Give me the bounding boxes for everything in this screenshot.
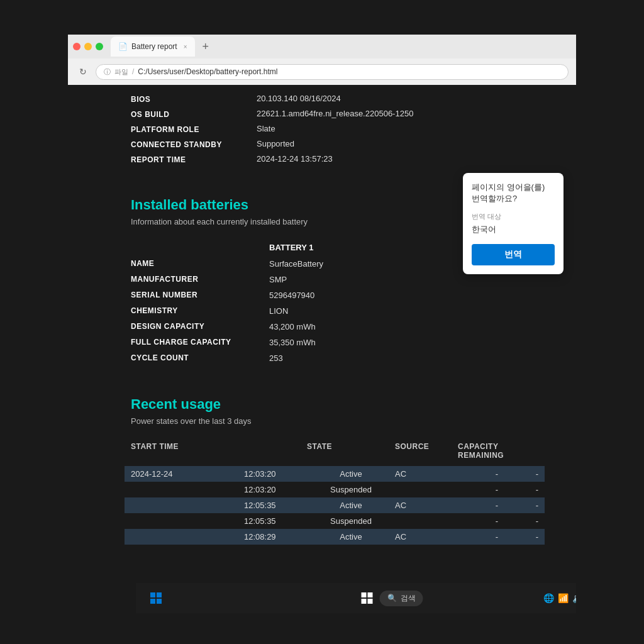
usage-state-1: Suspended	[307, 485, 395, 494]
system-tray: 🌐 📶 🔊 🔋 🎨 e 🗂	[543, 592, 576, 604]
tray-volume-icon[interactable]: 🔊	[572, 593, 576, 603]
usage-cap-1: -	[458, 485, 536, 494]
sys-label-os: OS BUILD	[131, 109, 257, 119]
svg-rect-6	[362, 599, 367, 604]
sys-label-report: REPORT TIME	[131, 154, 257, 164]
battery-value-name: SurfaceBattery	[269, 259, 323, 269]
tab-battery-report[interactable]: 📄 Battery report ×	[111, 36, 195, 57]
start-icon[interactable]	[357, 588, 377, 608]
new-tab-button[interactable]: +	[197, 38, 214, 56]
usage-row-3: 12:05:35 Suspended - -	[131, 513, 538, 529]
tab-title: Battery report	[131, 42, 177, 51]
battery-value-serial: 5296497940	[269, 291, 314, 300]
svg-rect-1	[157, 592, 162, 597]
sys-row-os: OS BUILD 22621.1.amd64fre.ni_release.220…	[131, 106, 538, 121]
col-header-state: STATE	[307, 442, 395, 460]
battery-value-chemistry: LION	[269, 306, 288, 316]
usage-cap-extra-4: -	[536, 532, 538, 541]
usage-cap-extra-1: -	[536, 485, 538, 494]
maximize-window-button[interactable]	[96, 43, 103, 50]
recent-usage-subtitle: Power states over the last 3 days	[131, 416, 538, 426]
usage-time-0: 12:03:20	[244, 469, 307, 479]
sys-row-report: REPORT TIME 2024-12-24 13:57:23	[131, 152, 538, 167]
address-input[interactable]: ⓘ 파일 / C:/Users/user/Desktop/battery-rep…	[96, 64, 569, 80]
usage-cap-4: -	[458, 532, 536, 541]
usage-state-2: Active	[307, 501, 395, 510]
sys-label-bios: BIOS	[131, 94, 257, 104]
svg-rect-5	[368, 592, 373, 597]
usage-date-0: 2024-12-24	[131, 469, 244, 479]
col-header-capacity: CAPACITY REMAINING	[458, 442, 538, 460]
sys-label-platform: PLATFORM ROLE	[131, 124, 257, 134]
usage-row-0: 2024-12-24 12:03:20 Active AC - -	[125, 466, 545, 482]
start-button[interactable]	[146, 588, 166, 608]
minimize-window-button[interactable]	[84, 43, 92, 50]
battery-label-design-capacity: DESIGN CAPACITY	[131, 322, 269, 331]
battery-value-manufacturer: SMP	[269, 275, 287, 284]
battery-value-cycle: 253	[269, 353, 283, 363]
usage-state-0: Active	[307, 469, 395, 479]
address-label: 파일	[114, 67, 128, 77]
battery-value-design-capacity: 43,200 mWh	[269, 322, 316, 331]
translate-button[interactable]: 번역	[472, 244, 555, 265]
taskbar-center: 🔍 검색	[357, 588, 423, 608]
translation-target-lang: 한국어	[472, 224, 555, 235]
sys-label-standby: CONNECTED STANDBY	[131, 139, 257, 149]
taskbar-right: 🌐 📶 🔊 🔋 🎨 e 🗂	[543, 592, 576, 604]
battery-row-cycle: CYCLE COUNT 253	[131, 350, 538, 366]
page-content: BIOS 20.103.140 08/16/2024 OS BUILD 2262…	[68, 85, 576, 613]
battery-value-full-charge: 35,350 mWh	[269, 338, 316, 347]
sys-value-report: 2024-12-24 13:57:23	[257, 154, 333, 164]
usage-cap-extra-0: -	[536, 469, 538, 479]
close-window-button[interactable]	[73, 43, 80, 50]
sys-value-platform: Slate	[257, 124, 275, 134]
svg-rect-2	[150, 599, 155, 604]
tray-wifi-icon[interactable]: 📶	[558, 593, 569, 603]
usage-time-2: 12:05:35	[244, 501, 307, 510]
usage-cap-extra-3: -	[536, 516, 538, 526]
info-icon: ⓘ	[104, 67, 111, 77]
battery-label-chemistry: CHEMISTRY	[131, 306, 269, 316]
sys-row-platform: PLATFORM ROLE Slate	[131, 121, 538, 136]
svg-rect-4	[362, 592, 367, 597]
sys-row-standby: CONNECTED STANDBY Supported	[131, 136, 538, 152]
taskbar: 🔍 검색 🌐 📶 🔊 🔋 🎨 e 🗂	[136, 583, 576, 613]
svg-rect-3	[157, 599, 162, 604]
col-header-time	[244, 442, 307, 460]
usage-time-1: 12:03:20	[244, 485, 307, 494]
translation-target-label: 번역 대상	[472, 212, 555, 221]
sys-value-bios: 20.103.140 08/16/2024	[257, 94, 341, 104]
browser-chrome: 📄 Battery report × + ↻ ⓘ 파일 / C:/Users/u…	[68, 35, 576, 85]
usage-source-4: AC	[395, 532, 458, 541]
svg-rect-0	[150, 592, 155, 597]
taskbar-left	[146, 588, 166, 608]
tab-page-icon: 📄	[118, 42, 128, 51]
battery-header-cell: BATTERY 1	[269, 243, 314, 252]
refresh-button[interactable]: ↻	[75, 64, 91, 79]
usage-row-1: 12:03:20 Suspended - -	[131, 482, 538, 497]
search-icon: 🔍	[387, 594, 397, 602]
laptop-frame: 📄 Battery report × + ↻ ⓘ 파일 / C:/Users/u…	[0, 0, 644, 644]
usage-cap-2: -	[458, 501, 536, 510]
usage-time-3: 12:05:35	[244, 516, 307, 526]
usage-source-2: AC	[395, 501, 458, 510]
usage-state-3: Suspended	[307, 516, 395, 526]
tab-close-button[interactable]: ×	[184, 43, 187, 50]
battery-label-serial: SERIAL NUMBER	[131, 291, 269, 300]
address-path: C:/Users/user/Desktop/battery-report.htm…	[138, 67, 277, 76]
sys-value-standby: Supported	[257, 139, 294, 149]
screen: 📄 Battery report × + ↻ ⓘ 파일 / C:/Users/u…	[68, 35, 576, 613]
tray-globe-icon[interactable]: 🌐	[543, 593, 554, 603]
usage-cap-extra-2: -	[536, 501, 538, 510]
translation-popup: 페이지의 영어을(를) 번역할까요? 번역 대상 한국어 번역	[463, 173, 564, 274]
battery-label-cycle: CYCLE COUNT	[131, 353, 269, 363]
col-header-source: SOURCE	[395, 442, 458, 460]
battery-label-manufacturer: MANUFACTURER	[131, 275, 269, 284]
address-separator: /	[132, 67, 134, 76]
battery-row-chemistry: CHEMISTRY LION	[131, 303, 538, 319]
battery-label-full-charge: FULL CHARGE CAPACITY	[131, 338, 269, 347]
translation-question: 페이지의 영어을(를) 번역할까요?	[472, 182, 555, 204]
search-placeholder: 검색	[401, 593, 416, 604]
taskbar-search[interactable]: 🔍 검색	[380, 591, 423, 606]
battery-row-full-charge: FULL CHARGE CAPACITY 35,350 mWh	[131, 335, 538, 350]
